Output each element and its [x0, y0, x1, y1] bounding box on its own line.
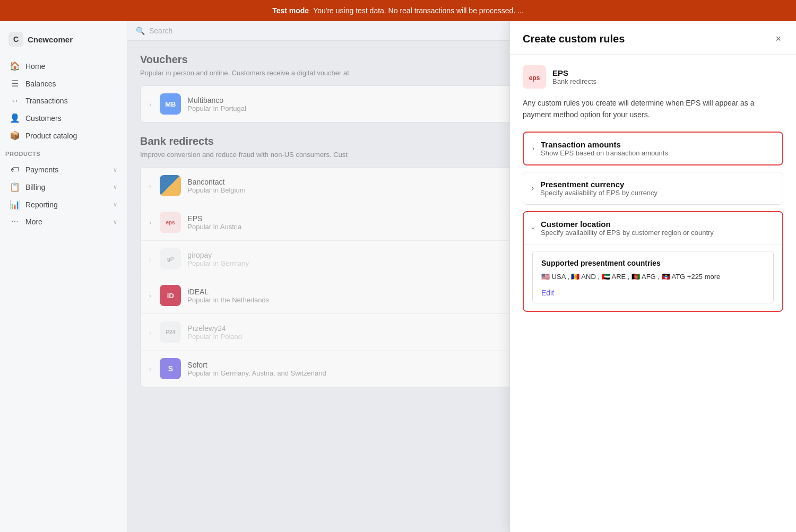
sidebar: C Cnewcomer 🏠 Home ☰ Balances ↔ Transact… — [0, 21, 127, 532]
banner-message: You're using test data. No real transact… — [313, 6, 524, 15]
sidebar-item-billing-label: Billing — [25, 183, 45, 191]
eps-panel-type: Bank redirects — [552, 77, 596, 85]
eps-icon: eps — [162, 214, 179, 231]
more-icon: ··· — [10, 217, 20, 226]
balances-icon: ☰ — [10, 79, 20, 89]
transaction-amounts-text: Transaction amounts Show EPS based on tr… — [541, 140, 668, 157]
close-button[interactable]: × — [773, 32, 783, 46]
giropay-info: giropay Popular in Germany — [187, 251, 249, 267]
sidebar-item-customers-label: Customers — [25, 114, 62, 123]
customers-icon: 👤 — [10, 113, 20, 123]
panel-body: eps EPS Bank redirects Any custom rules … — [510, 55, 796, 532]
search-input[interactable] — [149, 27, 255, 35]
countries-box: Supported presentment countries 🇺🇸 USA ,… — [532, 251, 774, 303]
eps-logo: eps — [160, 212, 181, 233]
przelewy-chevron-icon: › — [149, 328, 151, 336]
search-icon: 🔍 — [136, 27, 145, 35]
giropay-chevron-icon: › — [149, 255, 151, 263]
eps-chevron-icon: › — [149, 219, 151, 226]
sofort-logo: S — [160, 358, 181, 379]
content-area: 🔍 Vouchers Popular in person and online.… — [127, 21, 796, 532]
sidebar-logo-text: Cnewcomer — [28, 35, 73, 44]
sidebar-item-transactions-label: Transactions — [25, 97, 68, 105]
transaction-amounts-desc: Show EPS based on transaction amounts — [541, 149, 668, 157]
product-catalog-icon: 📦 — [10, 130, 20, 141]
edit-link[interactable]: Edit — [541, 289, 554, 297]
payments-chevron-icon: ∨ — [113, 167, 117, 173]
przelewy-logo: P24 — [160, 321, 181, 343]
sidebar-item-reporting-label: Reporting — [25, 200, 58, 209]
sofort-info: Sofort Popular in Germany, Austria, and … — [187, 361, 326, 377]
customer-location-rule: › Customer location Specify availability… — [523, 211, 783, 312]
panel-title: Create custom rules — [523, 33, 625, 45]
customer-location-header[interactable]: › Customer location Specify availability… — [524, 212, 782, 244]
multibanco-subtitle: Popular in Portugal — [187, 104, 246, 112]
sidebar-item-more[interactable]: ··· More ∨ — [4, 213, 123, 230]
sidebar-item-home[interactable]: 🏠 Home — [4, 57, 123, 75]
sidebar-item-customers[interactable]: 👤 Customers — [4, 109, 123, 127]
sidebar-item-product-catalog-label: Product catalog — [25, 132, 77, 140]
transaction-amounts-header[interactable]: › Transaction amounts Show EPS based on … — [524, 133, 782, 164]
sofort-name: Sofort — [187, 361, 326, 369]
sidebar-logo[interactable]: C Cnewcomer — [0, 28, 127, 55]
transaction-amounts-rule: › Transaction amounts Show EPS based on … — [523, 132, 783, 165]
reporting-icon: 📊 — [10, 199, 20, 210]
giropay-subtitle: Popular in Germany — [187, 259, 249, 267]
sidebar-item-balances-label: Balances — [25, 80, 56, 88]
countries-list: 🇺🇸 USA , 🇦🇩 AND , 🇦🇪 ARE , 🇦🇫 AFG , 🇦🇬 A… — [541, 272, 765, 283]
multibanco-name: Multibanco — [187, 96, 246, 104]
eps-panel-icon: eps — [523, 65, 546, 89]
main-nav: 🏠 Home ☰ Balances ↔ Transactions 👤 Custo… — [0, 55, 127, 146]
bancontact-logo — [160, 175, 181, 196]
sidebar-item-more-label: More — [25, 217, 42, 226]
panel-header: Create custom rules × — [510, 21, 796, 55]
sidebar-item-balances[interactable]: ☰ Balances — [4, 75, 123, 92]
sidebar-item-transactions[interactable]: ↔ Transactions — [4, 92, 123, 109]
presentment-currency-name: Presentment currency — [540, 180, 657, 189]
giropay-logo: gP — [160, 248, 181, 269]
bancontact-info: Bancontact Popular in Belgium — [187, 178, 245, 194]
bancontact-name: Bancontact — [187, 178, 245, 186]
more-chevron-icon: ∨ — [113, 219, 117, 225]
presentment-currency-header[interactable]: › Presentment currency Specify availabil… — [523, 172, 783, 204]
customer-location-content: Supported presentment countries 🇺🇸 USA ,… — [524, 244, 782, 311]
ideal-info: iDEAL Popular in the Netherlands — [187, 287, 269, 304]
przelewy-subtitle: Popular in Poland — [187, 333, 242, 341]
sofort-chevron-icon: › — [149, 365, 151, 373]
payments-icon: 🏷 — [10, 165, 20, 175]
presentment-currency-desc: Specify availability of EPS by currency — [540, 189, 657, 197]
transactions-icon: ↔ — [10, 96, 20, 106]
transaction-amounts-chevron-icon: › — [532, 145, 534, 152]
billing-icon: 📋 — [10, 182, 20, 192]
svg-text:eps: eps — [166, 220, 176, 225]
sofort-subtitle: Popular in Germany, Austria, and Switzer… — [187, 369, 326, 377]
przelewy-info: Przelewy24 Popular in Poland — [187, 324, 242, 341]
customer-location-name: Customer location — [541, 220, 714, 229]
presentment-currency-chevron-icon: › — [532, 185, 534, 192]
eps-panel-logo: eps — [523, 65, 546, 89]
test-mode-banner: Test mode You're using test data. No rea… — [0, 0, 796, 21]
test-mode-label: Test mode — [272, 6, 309, 15]
multibanco-logo: MB — [160, 93, 181, 115]
multibanco-chevron-icon: › — [149, 100, 151, 108]
products-nav: 🏷 Payments ∨ 📋 Billing ∨ 📊 Reporting ∨ — [0, 159, 127, 232]
bancontact-subtitle: Popular in Belgium — [187, 186, 245, 194]
sidebar-item-home-label: Home — [25, 62, 45, 71]
przelewy-name: Przelewy24 — [187, 324, 242, 333]
sidebar-item-billing[interactable]: 📋 Billing ∨ — [4, 178, 123, 196]
eps-info: EPS Popular in Austria — [187, 214, 241, 231]
reporting-chevron-icon: ∨ — [113, 201, 117, 208]
sidebar-item-payments[interactable]: 🏷 Payments ∨ — [4, 161, 123, 178]
create-custom-rules-panel: Create custom rules × eps EPS Bank redir… — [509, 21, 796, 532]
presentment-currency-text: Presentment currency Specify availabilit… — [540, 180, 657, 197]
customer-location-chevron-icon: › — [530, 227, 537, 229]
logo-icon: C — [8, 32, 23, 47]
home-icon: 🏠 — [10, 61, 20, 71]
eps-name: EPS — [187, 214, 241, 223]
ideal-subtitle: Popular in the Netherlands — [187, 296, 269, 304]
sidebar-item-payments-label: Payments — [25, 165, 58, 174]
transaction-amounts-name: Transaction amounts — [541, 140, 668, 149]
sidebar-item-reporting[interactable]: 📊 Reporting ∨ — [4, 196, 123, 213]
giropay-name: giropay — [187, 251, 249, 259]
sidebar-item-product-catalog[interactable]: 📦 Product catalog — [4, 127, 123, 144]
